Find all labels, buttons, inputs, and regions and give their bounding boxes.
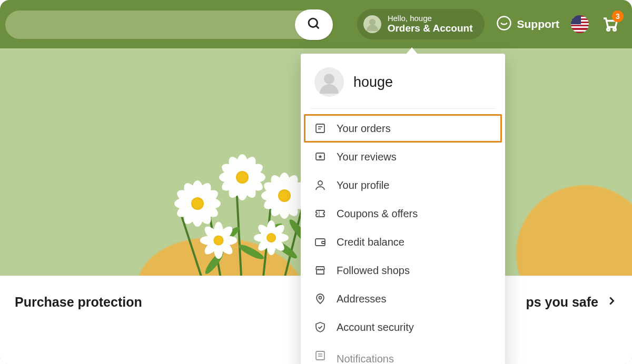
bell-icon <box>313 349 327 362</box>
header: Hello, houge Orders & Account Support 3 <box>0 0 632 48</box>
svg-point-3 <box>607 28 610 31</box>
orders-account-label: Orders & Account <box>388 23 473 34</box>
account-menu-trigger[interactable]: Hello, houge Orders & Account <box>357 9 485 39</box>
location-icon <box>313 292 327 306</box>
svg-point-2 <box>497 16 510 29</box>
menu-item-label: Account security <box>337 321 414 333</box>
svg-point-10 <box>318 181 322 185</box>
profile-icon <box>313 178 327 192</box>
menu-item-label: Notifications <box>337 353 394 365</box>
search-button[interactable] <box>295 9 333 40</box>
svg-rect-15 <box>316 351 324 360</box>
menu-item-addresses[interactable]: Addresses <box>301 285 505 313</box>
hello-username: houge <box>410 14 432 23</box>
account-text: Hello, houge Orders & Account <box>388 14 473 34</box>
support-link[interactable]: Support <box>496 15 559 34</box>
cart-button[interactable]: 3 <box>600 14 619 35</box>
avatar-icon <box>363 15 381 33</box>
shop-icon <box>313 264 327 277</box>
hello-prefix: Hello, <box>388 14 410 23</box>
svg-rect-13 <box>322 241 325 244</box>
menu-item-label: Your reviews <box>337 151 397 163</box>
support-label: Support <box>517 18 559 31</box>
menu-item-credit-balance[interactable]: Credit balance <box>301 228 505 256</box>
search-icon <box>307 16 321 33</box>
app-window: Hello, houge Orders & Account Support 3 <box>0 0 632 364</box>
svg-line-1 <box>316 26 319 28</box>
menu-item-coupons[interactable]: Coupons & offers <box>301 199 505 228</box>
keeps-you-safe-link[interactable]: ps you safe <box>526 295 617 310</box>
purchase-protection-label: Purchase protection <box>15 295 142 310</box>
menu-item-label: Your orders <box>337 123 391 135</box>
coupon-icon <box>313 207 327 220</box>
keeps-you-safe-label: ps you safe <box>526 295 598 310</box>
search-bar-track[interactable] <box>5 11 332 39</box>
cart-badge: 3 <box>612 11 624 22</box>
menu-item-your-reviews[interactable]: Your reviews <box>301 143 505 171</box>
menu-item-notifications[interactable]: Notifications <box>301 341 505 364</box>
shield-icon <box>313 320 327 334</box>
menu-item-followed-shops[interactable]: Followed shops <box>301 256 505 285</box>
menu-item-label: Your profile <box>337 179 389 191</box>
menu-item-label: Credit balance <box>337 236 404 248</box>
menu-item-label: Addresses <box>337 293 387 305</box>
menu-item-your-profile[interactable]: Your profile <box>301 171 505 199</box>
avatar-icon <box>314 67 344 97</box>
menu-item-account-security[interactable]: Account security <box>301 313 505 341</box>
svg-rect-5 <box>316 124 324 133</box>
svg-point-14 <box>319 297 322 299</box>
svg-point-0 <box>309 18 317 27</box>
region-flag-us[interactable] <box>571 15 589 33</box>
dropdown-header[interactable]: houge <box>301 54 505 108</box>
menu-item-label: Followed shops <box>337 265 410 277</box>
reviews-icon <box>313 150 327 164</box>
dropdown-caret <box>406 47 418 55</box>
dropdown-username: houge <box>353 74 393 90</box>
smile-icon <box>496 15 512 34</box>
wallet-icon <box>313 235 327 249</box>
menu-item-label: Coupons & offers <box>337 208 418 220</box>
menu-item-your-orders[interactable]: Your orders <box>304 114 502 143</box>
chevron-right-icon <box>606 295 617 310</box>
account-dropdown: houge Your orders Your reviews Your prof… <box>301 54 505 364</box>
divider <box>310 108 496 109</box>
orders-icon <box>313 122 327 135</box>
svg-marker-9 <box>318 155 322 158</box>
svg-point-4 <box>614 28 616 31</box>
svg-rect-12 <box>315 239 325 246</box>
cart-icon <box>600 25 619 34</box>
decor-blob <box>516 185 632 276</box>
